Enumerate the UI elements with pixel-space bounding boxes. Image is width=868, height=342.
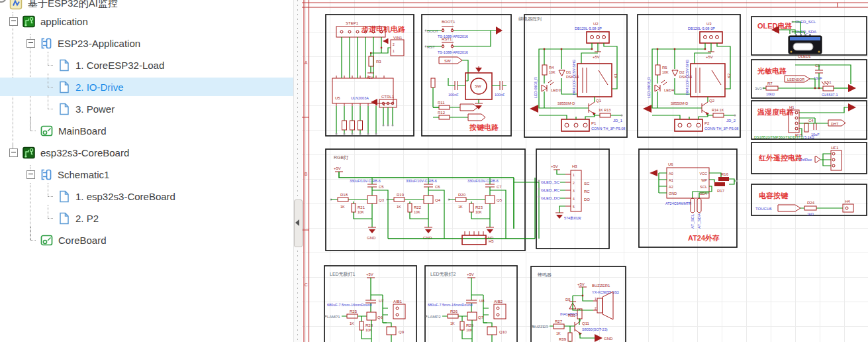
- block-title: LED无极灯1: [330, 272, 356, 277]
- ref: AIB2: [494, 300, 503, 304]
- caption: 574数码管: [564, 216, 581, 221]
- circuit-block-at24[interactable]: U6 A0 A1 A2 GND VCC WP SCL SDA R16 R17 A…: [639, 149, 738, 247]
- panel-collapse-handle[interactable]: [294, 200, 303, 247]
- ref: C6: [435, 185, 440, 189]
- ref: R26: [450, 310, 458, 314]
- value: ULN2003A: [351, 96, 369, 100]
- value: 1K R13: [599, 108, 610, 112]
- tree-item-schematic1[interactable]: Schematic1: [0, 165, 293, 184]
- tree-item-esp23-application[interactable]: ESP23-Application: [0, 34, 293, 52]
- oled-module[interactable]: [789, 36, 822, 54]
- rgb-stage-3[interactable]: 330uF/10V-C-RB-6 C7 Q5 R20 1K R23 10K GN…: [448, 178, 506, 240]
- project-tree-panel[interactable]: 基于ESP32的AI监控 application ESP23-Applicati…: [0, 0, 293, 342]
- value: AT24C64MMTR: [665, 201, 691, 205]
- block-title: LED无极灯2: [430, 272, 456, 277]
- schematic-sheet[interactable]: A B C 步进电机电路 STEP1 VIN1 2 1 R3 +5V: [302, 0, 868, 342]
- pcb-project-icon: [22, 15, 36, 28]
- value: 100nF: [495, 93, 505, 97]
- tree-item-power[interactable]: 3. Power: [0, 99, 293, 118]
- tree-branch: [44, 56, 53, 74]
- tree-item-esp32s3-coreboard-sheet[interactable]: 1. esp32s3-CoreBoard: [0, 187, 293, 205]
- ref: Q11: [582, 321, 590, 325]
- speaker-symbol: 12: [593, 292, 613, 319]
- power-label: +5V: [577, 282, 585, 286]
- circuit-block-touch[interactable]: 电容按键 TOUCH6 R24 1kΩ H4: [751, 184, 867, 216]
- ref: BUZZER1: [592, 284, 610, 288]
- block-title: AT24外存: [688, 234, 720, 242]
- pin: 2: [573, 181, 575, 185]
- ref: R29: [466, 323, 474, 327]
- ref: K2: [727, 73, 731, 78]
- schematic-canvas[interactable]: A B C 步进电机电路 STEP1 VIN1 2 1 R3 +5V: [302, 0, 868, 342]
- ref: BOOT1: [442, 20, 456, 24]
- tree-item-esp32s3-coreboard[interactable]: esp32s3-CoreBoard: [0, 143, 293, 162]
- gnd-flag: [643, 105, 651, 113]
- circuit-block-lamp1[interactable]: LED无极灯1 +5V U7 680uF-7.5mm-16mmRound AIB…: [324, 266, 416, 342]
- tree-item-project-root[interactable]: 基于ESP32的AI监控: [0, 0, 293, 13]
- ref: Q3: [379, 198, 385, 202]
- ref: U8: [479, 299, 485, 303]
- zone-letter: B: [305, 172, 307, 176]
- pin-label: SC: [584, 182, 590, 186]
- pin: 1: [393, 49, 395, 53]
- rgb-stage-2[interactable]: 330uF/10V-C-RB-6 C6 Q4 R19 1K R22 10K GN…: [387, 178, 445, 240]
- circuit-block-relay-b[interactable]: U3 DB120L-5.08-3P +5V R5 10K D2 DSK-14 L…: [638, 15, 740, 137]
- collapse-toggle-icon[interactable]: [9, 17, 18, 26]
- circuit-block-stepper[interactable]: 步进电机电路 STEP1 VIN1 2 1 R3 +5V U5 ULN2003A: [326, 15, 414, 136]
- gnd-label: GND: [423, 236, 432, 240]
- collapse-toggle-icon[interactable]: [26, 170, 35, 179]
- tree-branch: [44, 187, 53, 205]
- tree-item-io-drive-selected[interactable]: 2. IO-Drive: [0, 78, 293, 96]
- circuit-block-light[interactable]: 光敏电路 C1 10uF LSENSOR 3V3 R7 10kΩ LS1 GL5…: [751, 60, 867, 98]
- collapse-toggle-icon[interactable]: [26, 39, 35, 48]
- value: 10K: [414, 210, 420, 214]
- collapse-toggle-icon[interactable]: [9, 148, 18, 157]
- tree-item-p2[interactable]: 2. P2: [0, 209, 293, 227]
- tree-item-application[interactable]: application: [0, 12, 293, 30]
- circuit-block-lamp2[interactable]: LED无极灯2 +5V U8 680uF-7.5mm-16mmRound AIB…: [425, 266, 517, 342]
- value: 680uF-7.5mm-16mmRound: [428, 303, 473, 307]
- gnd-label: GND: [367, 236, 376, 240]
- net-flag: [468, 114, 485, 121]
- ref: R12: [438, 111, 446, 115]
- pin-label: A2: [669, 185, 673, 189]
- block-title: 蜂鸣器: [538, 272, 552, 278]
- circuit-block-segment[interactable]: H3 1 2 3 4 5 SC RC DO +5V GLED_SC GLED_R…: [536, 149, 609, 249]
- value: TS-1088-AR02016: [438, 50, 468, 54]
- circuit-block-ir[interactable]: 红外遥控电路 HF1 InfRec: [751, 142, 867, 174]
- tree-item-coreesp32-load[interactable]: 1. CoreESP32-Load: [0, 56, 293, 74]
- tree-branch: [26, 121, 36, 140]
- value: 330uF/10V-C-RB-6: [406, 179, 437, 183]
- tree-item-mainboard[interactable]: MainBoard: [0, 121, 293, 140]
- rgb-stage-1[interactable]: 330uF/10V-C-RB-6 C5 Q3 R18 1K R21 10K GN…: [330, 178, 389, 240]
- tree-item-coreboard[interactable]: CoreBoard: [0, 231, 293, 249]
- ref: R19: [397, 193, 405, 197]
- tree-branch: [44, 99, 53, 118]
- root-expander-partial[interactable]: [0, 0, 7, 3]
- ref: R28: [365, 323, 373, 327]
- circuit-block-rgb[interactable]: RGB灯 +5V 330uF/10V-C-RB-6 C5 Q3 R18 1K R…: [326, 149, 539, 251]
- tree-item-label: 1. esp32s3-CoreBoard: [75, 191, 175, 202]
- circuit-block-relay-a[interactable]: U2 DB120L-5.08-3P +5V R4 10K D1 DSK-14 L…: [524, 15, 627, 137]
- circuit-block-humidity[interactable]: 温湿度电路 H1 C4 10uF R15 5.1kΩ DHT DS18B20/T…: [751, 101, 867, 139]
- value: 10K: [662, 70, 669, 74]
- ref: LED4: [664, 88, 675, 92]
- panel-splitter[interactable]: [293, 0, 303, 342]
- ref: H5: [489, 239, 494, 243]
- gnd-symbol: [487, 229, 493, 233]
- ref: Q4: [435, 198, 441, 202]
- value: CONN-TH_3P-P5.08: [591, 127, 625, 131]
- gnd-flag: [650, 170, 657, 176]
- ref: Q9: [399, 330, 405, 334]
- project-icon: [9, 0, 23, 11]
- ref: Q10: [499, 330, 507, 334]
- net-label: GLED_DO: [541, 196, 560, 200]
- circuit-block-keys[interactable]: BOOT BOOT1 TS-1088-AR02016 RST RST1 TS-1…: [422, 15, 511, 136]
- ref: R16: [721, 172, 729, 176]
- power-flag: [475, 68, 482, 72]
- circuit-block-oled[interactable]: OLED电路 OLED_SCL OLED_SDA OLED1: [751, 17, 867, 58]
- sheet-page-icon: [57, 190, 71, 203]
- circuit-block-buzzer[interactable]: 蜂鸣器 +5V BUZZER1 YX-KC9055 16Ω 12 D5 IN41…: [531, 266, 626, 342]
- ref: C7: [497, 185, 502, 189]
- net-port-flags: [691, 198, 701, 213]
